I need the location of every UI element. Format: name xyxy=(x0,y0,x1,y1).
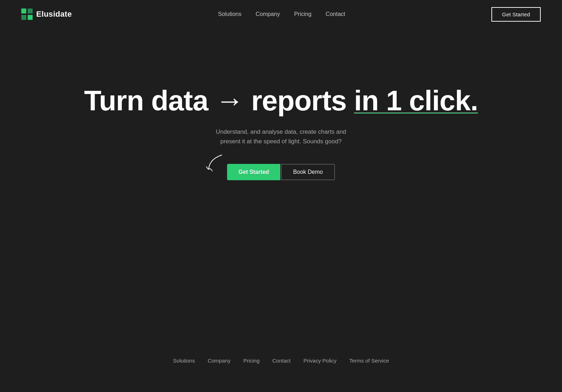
footer-pricing[interactable]: Pricing xyxy=(243,358,260,364)
logo-icon xyxy=(21,9,33,20)
svg-rect-2 xyxy=(21,15,26,20)
nav-contact[interactable]: Contact xyxy=(326,11,345,17)
hero-buttons: Get Started Book Demo xyxy=(227,164,335,180)
header: Elusidate Solutions Company Pricing Cont… xyxy=(0,0,562,28)
nav-pricing[interactable]: Pricing xyxy=(294,11,312,17)
footer: Solutions Company Pricing Contact Privac… xyxy=(0,358,562,364)
nav-solutions[interactable]: Solutions xyxy=(218,11,242,17)
footer-contact[interactable]: Contact xyxy=(272,358,291,364)
hero-title-underlined: in 1 click. xyxy=(354,85,478,116)
hero-section: Turn data → reports in 1 click. Understa… xyxy=(0,28,562,209)
brand-name: Elusidate xyxy=(36,10,72,19)
footer-company[interactable]: Company xyxy=(208,358,230,364)
nav-company[interactable]: Company xyxy=(255,11,280,17)
svg-rect-3 xyxy=(28,15,33,20)
logo-area: Elusidate xyxy=(21,9,72,20)
hero-get-started-button[interactable]: Get Started xyxy=(227,164,280,180)
main-nav: Solutions Company Pricing Contact xyxy=(218,11,345,17)
header-get-started-button[interactable]: Get Started xyxy=(491,7,541,22)
footer-solutions[interactable]: Solutions xyxy=(173,358,195,364)
footer-privacy-policy[interactable]: Privacy Policy xyxy=(303,358,336,364)
svg-rect-1 xyxy=(28,9,33,13)
arrow-decoration-icon xyxy=(206,153,224,175)
svg-rect-0 xyxy=(21,9,26,13)
footer-terms-of-service[interactable]: Terms of Service xyxy=(349,358,389,364)
hero-title: Turn data → reports in 1 click. xyxy=(84,85,478,116)
hero-title-part1: Turn data → reports xyxy=(84,85,354,116)
hero-subtitle: Understand, and analyse data, create cha… xyxy=(214,127,348,146)
hero-book-demo-button[interactable]: Book Demo xyxy=(281,164,335,180)
